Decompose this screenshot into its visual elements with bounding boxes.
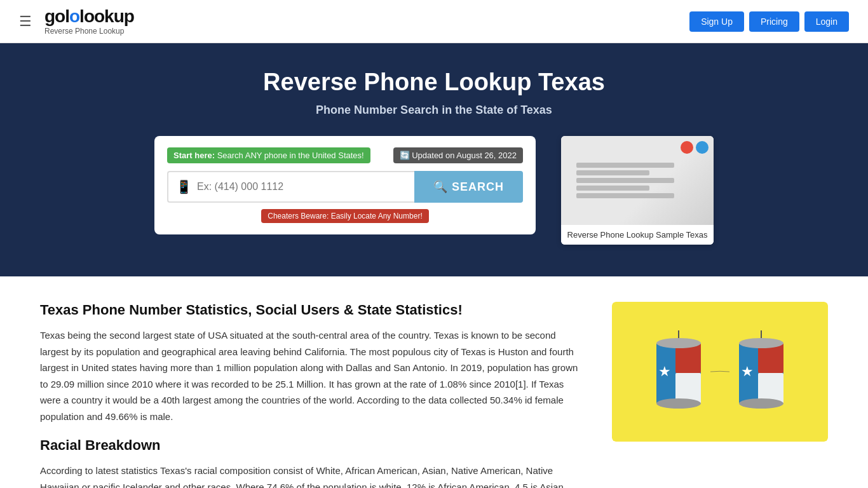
svg-text:★: ★ <box>658 363 671 379</box>
hero-subtitle: Phone Number Search in the State of Texa… <box>19 104 849 117</box>
logo-n1: l <box>65 6 69 26</box>
svg-point-13 <box>739 338 783 348</box>
svg-point-5 <box>656 338 701 348</box>
report-badge-red <box>681 141 693 154</box>
sample-image <box>561 136 714 225</box>
search-row: 📱 🔍 SEARCH <box>167 171 523 203</box>
login-button[interactable]: Login <box>804 11 849 32</box>
hero-title: Reverse Phone Lookup Texas <box>19 69 849 96</box>
content-image: ★ ★ <box>612 302 828 442</box>
pricing-button[interactable]: Pricing <box>749 11 799 32</box>
report-badges <box>681 141 709 154</box>
section2-heading: Racial Breakdown <box>40 437 587 454</box>
badge-updated: 🔄 Updated on August 26, 2022 <box>393 147 523 163</box>
logo-rest: lookup <box>79 6 134 26</box>
racial-section: Racial Breakdown According to latest sta… <box>40 437 587 488</box>
wire-svg <box>710 369 729 375</box>
logo[interactable]: gololookup Reverse Phone Lookup <box>44 8 134 36</box>
search-input-wrap: 📱 <box>167 171 414 203</box>
report-lines <box>576 163 698 198</box>
logo-go: go <box>44 6 65 26</box>
search-top-bar: Start here: Search ANY phone in the Unit… <box>167 147 523 163</box>
navbar: ☰ gololookup Reverse Phone Lookup Sign U… <box>0 0 868 43</box>
badge-start-text: Search ANY phone in the United States! <box>217 151 364 160</box>
texas-illustration: ★ ★ <box>612 302 828 442</box>
search-btn-label: SEARCH <box>452 180 504 193</box>
content-area: Texas Phone Number Statistics, Social Us… <box>21 276 847 488</box>
badge-start-label: Start here: <box>173 151 215 160</box>
report-line <box>576 193 674 198</box>
sample-label: Reverse Phone Lookup Sample Texas <box>561 225 714 245</box>
badge-cheaters: Cheaters Beware: Easily Locate Any Numbe… <box>261 209 428 223</box>
svg-point-14 <box>739 398 783 409</box>
badge-start: Start here: Search ANY phone in the Unit… <box>167 147 370 163</box>
report-line <box>576 178 674 183</box>
search-button[interactable]: 🔍 SEARCH <box>414 171 523 203</box>
section2-text: According to latest statistics Texas's r… <box>40 463 587 488</box>
search-box: Start here: Search ANY phone in the Unit… <box>154 136 536 234</box>
report-line <box>576 163 674 168</box>
phone-icon: 📱 <box>176 179 192 194</box>
navbar-buttons: Sign Up Pricing Login <box>689 11 849 32</box>
report-line <box>576 170 649 175</box>
hero-section: Reverse Phone Lookup Texas Phone Number … <box>0 43 868 276</box>
signup-button[interactable]: Sign Up <box>689 11 744 32</box>
content-main: Texas Phone Number Statistics, Social Us… <box>40 302 587 488</box>
sample-box[interactable]: Reverse Phone Lookup Sample Texas <box>561 136 714 245</box>
logo-o: o <box>69 6 79 26</box>
report-line <box>576 186 649 191</box>
report-badge-blue <box>696 141 709 154</box>
section1-heading: Texas Phone Number Statistics, Social Us… <box>40 302 587 318</box>
navbar-left: ☰ gololookup Reverse Phone Lookup <box>19 8 134 36</box>
can-left-svg: ★ <box>653 330 704 413</box>
logo-subtitle: Reverse Phone Lookup <box>44 27 124 36</box>
section1-text: Texas being the second largest state of … <box>40 327 587 424</box>
hero-inner: Start here: Search ANY phone in the Unit… <box>19 136 849 245</box>
can-right-svg: ★ <box>736 330 787 413</box>
svg-point-6 <box>656 398 701 409</box>
hamburger-icon[interactable]: ☰ <box>19 13 32 30</box>
logo-text: gololookup <box>44 8 134 25</box>
svg-text:★: ★ <box>741 363 754 379</box>
search-input[interactable] <box>197 181 407 193</box>
